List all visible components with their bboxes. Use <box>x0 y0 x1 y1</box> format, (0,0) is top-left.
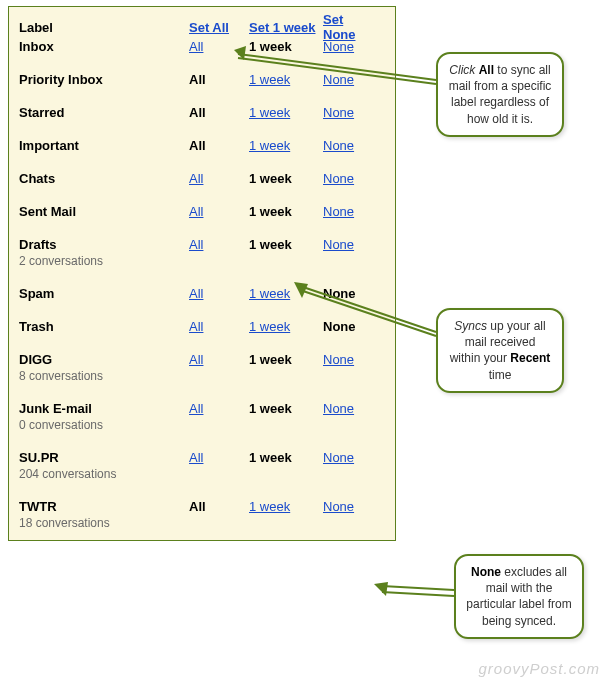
none-option: None <box>323 286 356 301</box>
label-name: DIGG <box>19 352 189 367</box>
label-row: TrashAll1 weekNone <box>19 319 387 334</box>
all-option[interactable]: All <box>189 352 203 367</box>
label-name: Starred <box>19 105 189 120</box>
set-1week-link[interactable]: Set 1 week <box>249 20 316 35</box>
label-row: SU.PR204 conversationsAll1 weekNone <box>19 450 387 481</box>
none-option[interactable]: None <box>323 499 354 514</box>
none-option: None <box>323 319 356 334</box>
week-option[interactable]: 1 week <box>249 138 290 153</box>
all-option: All <box>189 499 206 514</box>
all-option[interactable]: All <box>189 450 203 465</box>
label-row: Junk E-mail0 conversationsAll1 weekNone <box>19 401 387 432</box>
week-option[interactable]: 1 week <box>249 105 290 120</box>
all-option: All <box>189 138 206 153</box>
callout-none: None excludes all mail with the particul… <box>454 554 584 639</box>
set-none-link[interactable]: Set None <box>323 12 356 42</box>
none-option[interactable]: None <box>323 105 354 120</box>
label-name: Spam <box>19 286 189 301</box>
label-row: TWTR18 conversationsAll1 weekNone <box>19 499 387 530</box>
label-name: Important <box>19 138 189 153</box>
week-option: 1 week <box>249 171 292 186</box>
all-option[interactable]: All <box>189 171 203 186</box>
label-name: Inbox <box>19 39 189 54</box>
label-row: Priority InboxAll1 weekNone <box>19 72 387 87</box>
label-count: 2 conversations <box>19 254 189 268</box>
label-count: 204 conversations <box>19 467 189 481</box>
all-option[interactable]: All <box>189 286 203 301</box>
label-row: InboxAll1 weekNone <box>19 39 387 54</box>
header-label: Label <box>19 20 189 35</box>
label-row: Sent MailAll1 weekNone <box>19 204 387 219</box>
all-option[interactable]: All <box>189 237 203 252</box>
all-option: All <box>189 72 206 87</box>
label-row: Drafts2 conversationsAll1 weekNone <box>19 237 387 268</box>
week-option[interactable]: 1 week <box>249 499 290 514</box>
none-option[interactable]: None <box>323 401 354 416</box>
sync-settings-panel: Label Set All Set 1 week Set None InboxA… <box>8 6 396 541</box>
label-name: Junk E-mail <box>19 401 189 416</box>
none-option[interactable]: None <box>323 39 354 54</box>
watermark: groovyPost.com <box>478 660 600 677</box>
week-option: 1 week <box>249 352 292 367</box>
label-row: StarredAll1 weekNone <box>19 105 387 120</box>
all-option[interactable]: All <box>189 39 203 54</box>
none-option[interactable]: None <box>323 450 354 465</box>
week-option: 1 week <box>249 401 292 416</box>
label-row: SpamAll1 weekNone <box>19 286 387 301</box>
none-option[interactable]: None <box>323 138 354 153</box>
header-row: Label Set All Set 1 week Set None <box>19 15 387 39</box>
week-option: 1 week <box>249 450 292 465</box>
label-name: Sent Mail <box>19 204 189 219</box>
all-option[interactable]: All <box>189 204 203 219</box>
label-name: Trash <box>19 319 189 334</box>
none-option[interactable]: None <box>323 171 354 186</box>
week-option[interactable]: 1 week <box>249 319 290 334</box>
all-option[interactable]: All <box>189 401 203 416</box>
callout-recent: Syncs up your all mail received within y… <box>436 308 564 393</box>
label-name: Drafts <box>19 237 189 252</box>
label-row: ImportantAll1 weekNone <box>19 138 387 153</box>
label-name: Chats <box>19 171 189 186</box>
none-option[interactable]: None <box>323 352 354 367</box>
label-name: SU.PR <box>19 450 189 465</box>
label-count: 8 conversations <box>19 369 189 383</box>
label-name: TWTR <box>19 499 189 514</box>
week-option: 1 week <box>249 39 292 54</box>
label-count: 0 conversations <box>19 418 189 432</box>
all-option[interactable]: All <box>189 319 203 334</box>
label-row: DIGG8 conversationsAll1 weekNone <box>19 352 387 383</box>
none-option[interactable]: None <box>323 204 354 219</box>
label-name: Priority Inbox <box>19 72 189 87</box>
label-count: 18 conversations <box>19 516 189 530</box>
week-option: 1 week <box>249 237 292 252</box>
week-option[interactable]: 1 week <box>249 72 290 87</box>
none-option[interactable]: None <box>323 237 354 252</box>
week-option[interactable]: 1 week <box>249 286 290 301</box>
callout-all: Click All to sync all mail from a specif… <box>436 52 564 137</box>
all-option: All <box>189 105 206 120</box>
none-option[interactable]: None <box>323 72 354 87</box>
set-all-link[interactable]: Set All <box>189 20 229 35</box>
week-option: 1 week <box>249 204 292 219</box>
label-row: ChatsAll1 weekNone <box>19 171 387 186</box>
